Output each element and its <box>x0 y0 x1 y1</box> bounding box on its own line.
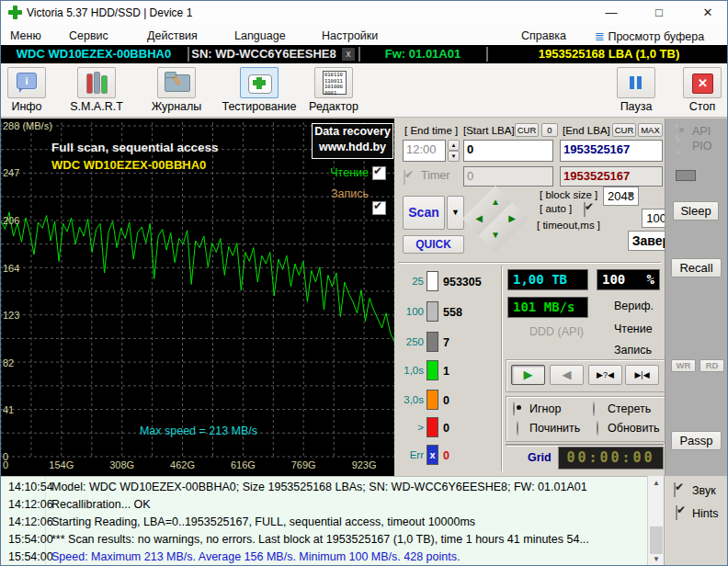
scroll-up-icon[interactable]: ▲ <box>648 476 665 491</box>
end-lba-current: 1953525167 <box>560 166 663 187</box>
toolbar: i Инфо S.M.A.R.T ✎ Журналы <box>1 63 728 118</box>
repair-radio[interactable] <box>517 421 518 436</box>
menu-item-actions[interactable]: Действия <box>143 28 201 44</box>
svg-text:288 (MB/s): 288 (MB/s) <box>3 120 52 131</box>
counter-250-count: 7 <box>443 336 449 349</box>
maximize-button[interactable]: □ <box>639 1 679 24</box>
log-text: Speed: Maximum 213 MB/s. Average 156 MB/… <box>51 549 460 566</box>
menu-item-settings[interactable]: Настройки <box>318 28 381 44</box>
list-icon: ≣ <box>595 29 605 43</box>
stop-icon: ✕ <box>683 67 722 98</box>
end-time-spinner[interactable]: ▲ ▼ <box>448 140 460 162</box>
log-text: Model: WDC WD10EZEX-00BBHA0; Size 195352… <box>51 479 587 496</box>
menu-item-help[interactable]: Справка <box>518 28 570 44</box>
end-lba-max-button[interactable]: MAX <box>638 123 663 137</box>
buffer-view-button[interactable]: ≣ Просмотр буфера <box>591 28 708 45</box>
svg-text:0: 0 <box>3 459 8 470</box>
toolbar-stop-button[interactable]: ✕ Стоп <box>679 67 725 113</box>
journals-icon: ✎ <box>157 67 196 98</box>
counter-25-label: 25 <box>402 276 424 287</box>
play-button[interactable]: ▶ <box>511 365 545 385</box>
svg-text:164: 164 <box>3 263 19 274</box>
block-size-select[interactable]: 2048▼ <box>603 187 639 206</box>
recall-button[interactable]: Recall <box>671 258 722 277</box>
log-panel: 14:10:54 Model: WDC WD10EZEX-00BBHA0; Si… <box>1 476 647 566</box>
end-time-label: [ End time ] <box>404 125 458 136</box>
transport-group: ▶ ◀ ▶?◀ ▶|◀ <box>506 359 665 392</box>
seek-error-button[interactable]: ▶?◀ <box>588 365 622 385</box>
counter-gt-label: > <box>402 422 424 433</box>
scrollbar-thumb[interactable] <box>650 526 663 554</box>
end-time-input[interactable]: 12:00 <box>403 140 446 162</box>
pio-radio[interactable] <box>677 139 679 153</box>
menu-item-language[interactable]: Language <box>231 28 290 44</box>
device-serial-tab: SN: WD-WCC6Y6EESHE8 <box>190 47 337 62</box>
toolbar-editor-button[interactable]: 010110 110011 101000 0001 Редактор <box>306 67 361 113</box>
quick-button[interactable]: QUICK <box>403 235 464 254</box>
sound-label: Звук <box>692 484 716 497</box>
rd-button[interactable]: RD <box>700 359 724 372</box>
toolbar-smart-button[interactable]: S.M.A.R.T <box>65 67 128 113</box>
log-row: 14:12:06 Recallibration... OK <box>1 496 647 514</box>
counter-gt-count: 0 <box>443 422 449 435</box>
legend-read-checkbox[interactable] <box>372 166 386 180</box>
pause-icon <box>617 67 655 98</box>
rewind-button[interactable]: ◀ <box>550 365 584 385</box>
toolbar-pause-button[interactable]: Пауза <box>612 67 660 113</box>
seek-end-button[interactable]: ▶|◀ <box>625 365 659 385</box>
menu-item-service[interactable]: Сервис <box>65 28 112 44</box>
end-lba-cur-button[interactable]: CUR <box>612 123 636 137</box>
minimize-button[interactable]: — <box>591 1 631 24</box>
log-scrollbar[interactable]: ▲ ▼ <box>647 476 665 566</box>
legend-read-label: Чтение <box>304 166 369 179</box>
serial-tab-close-icon[interactable]: x <box>342 48 355 61</box>
sleep-button[interactable]: Sleep <box>673 201 719 221</box>
activity-indicator <box>676 170 696 181</box>
log-time: 15:54:00 <box>8 531 53 549</box>
menu-item-menu[interactable]: Меню <box>6 28 45 44</box>
log-row: 15:54:00 *** Scan results: no warnings, … <box>1 531 647 549</box>
refresh-radio[interactable] <box>597 421 598 436</box>
svg-text:462G: 462G <box>170 459 195 470</box>
log-time: 14:10:54 <box>8 479 53 496</box>
start-lba-input[interactable]: 0 <box>463 140 553 162</box>
log-text: Starting Reading, LBA=0..1953525167, FUL… <box>51 514 475 531</box>
auto-checkbox[interactable] <box>584 202 586 217</box>
ignore-label: Игнор <box>529 402 561 415</box>
scan-speed-graph: 04182123164206247288 (MB/s)0154G308G462G… <box>1 119 394 476</box>
toolbar-testing-button[interactable]: Тестирование <box>220 67 299 113</box>
counter-3s-count: 0 <box>443 394 449 407</box>
hints-checkbox[interactable] <box>676 505 677 520</box>
scroll-down-icon[interactable]: ▼ <box>648 552 665 566</box>
legend-write-label: Запись <box>304 187 369 200</box>
sound-checkbox[interactable] <box>674 482 676 497</box>
device-model-tab[interactable]: WDC WD10EZEX-00BBHA0 <box>1 47 187 62</box>
app-logo-icon <box>8 6 22 19</box>
toolbar-info-button[interactable]: i Инфо <box>5 67 49 113</box>
end-lba-label: [End LBA] <box>563 125 610 136</box>
speed-display: 101 MB/s <box>507 297 588 318</box>
timer-checkbox[interactable] <box>404 170 405 185</box>
close-button[interactable]: ✕ <box>688 1 728 24</box>
start-lba-cur-button[interactable]: CUR <box>515 123 539 137</box>
end-lba-input[interactable]: 1953525167 <box>560 140 663 162</box>
passp-button[interactable]: Passp <box>671 431 722 450</box>
write-label: Запись <box>614 344 652 357</box>
title-bar: Victoria 5.37 HDD/SSD | Device 1 — □ ✕ <box>1 1 728 26</box>
action-group: Игнор Стереть Починить Обновить <box>506 396 665 442</box>
read-label: Чтение <box>614 323 653 335</box>
ignore-radio[interactable] <box>513 402 515 416</box>
svg-text:123: 123 <box>3 310 19 321</box>
wr-button[interactable]: WR <box>671 359 696 372</box>
auto-label: [ auto ] <box>540 203 572 214</box>
erase-radio[interactable] <box>593 402 595 416</box>
start-lba-zero-button[interactable]: 0 <box>541 123 558 137</box>
timer-label: Timer <box>421 169 449 182</box>
device-capacity: 1953525168 LBA (1,0 TB) <box>489 47 728 62</box>
api-radio[interactable] <box>676 124 677 139</box>
toolbar-journals-button[interactable]: ✎ Журналы <box>143 67 210 113</box>
pio-label: PIO <box>692 140 712 153</box>
svg-text:769G: 769G <box>291 459 316 470</box>
scan-button[interactable]: Scan <box>403 196 445 230</box>
legend-write-checkbox[interactable] <box>372 201 386 215</box>
